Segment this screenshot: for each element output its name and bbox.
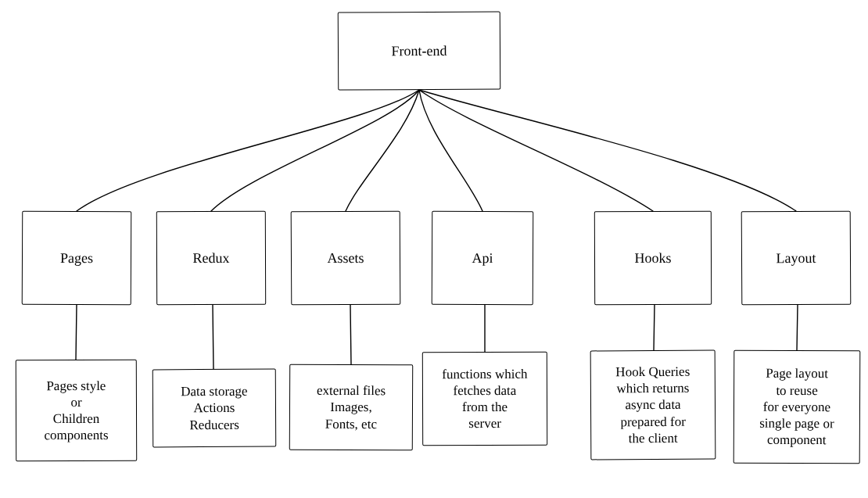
desc-pages: Pages styleorChildrencomponents [16, 360, 137, 462]
node-layout: Layout [741, 211, 852, 306]
node-hooks: Hooks [594, 211, 712, 306]
desc-text: Data storageActionsReducers [181, 383, 248, 433]
desc-hooks: Hook Querieswhich returnsasync dataprepa… [590, 350, 716, 460]
node-root: Front-end [338, 11, 501, 90]
desc-text: Pages styleorChildrencomponents [44, 377, 108, 443]
desc-text: Page layoutto reusefor everyonesingle pa… [759, 365, 834, 449]
desc-text: external filesImages,Fonts, etc [317, 382, 386, 432]
desc-text: functions whichfetches datafrom theserve… [442, 365, 527, 432]
desc-layout: Page layoutto reusefor everyonesingle pa… [733, 350, 861, 464]
node-api: Api [432, 211, 534, 306]
node-label: Redux [192, 249, 229, 267]
node-label: Layout [776, 249, 816, 267]
diagram-canvas: Front-end Pages Redux Assets Api Hooks L… [0, 0, 868, 498]
desc-text: Hook Querieswhich returnsasync dataprepa… [615, 364, 690, 447]
node-label: Hooks [634, 249, 671, 267]
node-label: Api [472, 249, 493, 267]
node-assets: Assets [291, 211, 401, 306]
node-label: Pages [60, 249, 93, 267]
node-label: Assets [327, 249, 364, 267]
desc-redux: Data storageActionsReducers [152, 369, 277, 448]
node-pages: Pages [22, 211, 132, 306]
desc-assets: external filesImages,Fonts, etc [289, 364, 413, 451]
desc-api: functions whichfetches datafrom theserve… [422, 352, 547, 446]
node-redux: Redux [156, 211, 266, 305]
node-root-label: Front-end [391, 42, 447, 60]
